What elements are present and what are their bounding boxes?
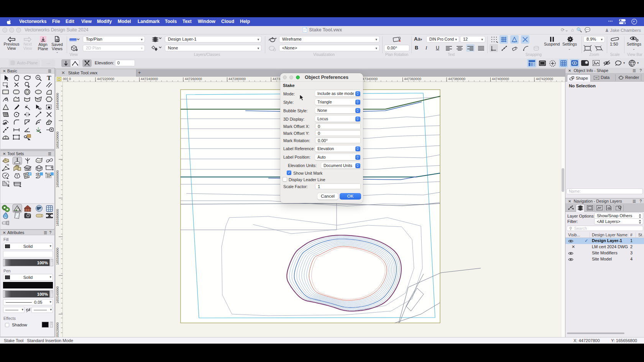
svg-text:165560000: 165560000 [56, 247, 59, 265]
svg-text:165640000: 165640000 [56, 93, 59, 110]
svg-text:165620000: 165620000 [56, 131, 59, 149]
svg-text:447280000: 447280000 [228, 77, 246, 81]
svg-text:165600000: 165600000 [56, 170, 59, 187]
svg-text:447220000: 447220000 [97, 77, 114, 81]
svg-text:165580000: 165580000 [56, 209, 59, 226]
svg-text:447240000: 447240000 [141, 77, 158, 81]
svg-text:165520000: 165520000 [56, 322, 59, 337]
svg-text:%: % [7, 164, 9, 166]
svg-text:00: 00 [63, 77, 67, 81]
svg-text:447400000: 447400000 [492, 77, 509, 81]
svg-text:165540000: 165540000 [56, 286, 59, 303]
svg-text:F: F [29, 173, 31, 175]
svg-text:447360000: 447360000 [404, 77, 421, 81]
svg-text:447380000: 447380000 [448, 77, 465, 81]
svg-text:0: 0 [69, 77, 71, 81]
svg-text:T: T [47, 74, 51, 82]
svg-text:447260000: 447260000 [185, 77, 202, 81]
svg-text:447420000: 447420000 [536, 77, 553, 81]
